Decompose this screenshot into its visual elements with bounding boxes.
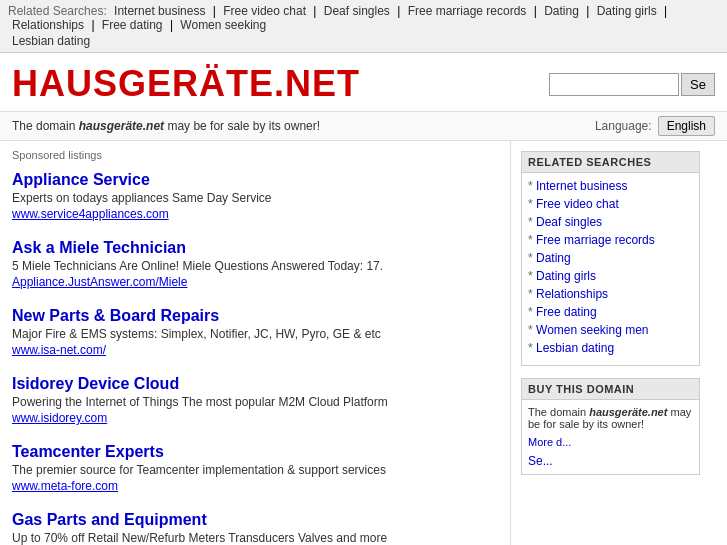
related-item-4: Dating (528, 251, 693, 265)
related-searches-list: Internet business Free video chat Deaf s… (522, 173, 699, 365)
right-sidebar: RELATED SEARCHES Internet business Free … (510, 141, 710, 545)
listing-1-title[interactable]: Ask a Miele Technician (12, 239, 186, 256)
site-title: HAUSGERÄTE.NET (12, 63, 360, 105)
listing-2-title[interactable]: New Parts & Board Repairs (12, 307, 219, 324)
more-details-link[interactable]: More d... (528, 436, 693, 448)
related-item-8: Women seeking men (528, 323, 693, 337)
related-link-8[interactable]: Women seeking men (536, 323, 649, 337)
related-searches-bar: Related Searches: Internet business | Fr… (8, 4, 719, 32)
domain-notice: The domain hausgeräte.net may be for sal… (12, 119, 320, 133)
related-link-0[interactable]: Internet business (536, 179, 627, 193)
listing-3-title[interactable]: Isidorey Device Cloud (12, 375, 179, 392)
search-input[interactable] (549, 73, 679, 96)
topbar-link-7[interactable]: Free dating (102, 18, 163, 32)
related-item-7: Free dating (528, 305, 693, 319)
related-item-9: Lesbian dating (528, 341, 693, 355)
related-link-5[interactable]: Dating girls (536, 269, 596, 283)
related-item-5: Dating girls (528, 269, 693, 283)
related-item-1: Free video chat (528, 197, 693, 211)
buy-domain-notice: The domain hausgeräte.net may be for sal… (528, 406, 691, 430)
sponsored-label: Sponsored listings (12, 149, 498, 161)
topbar-link-1[interactable]: Free video chat (223, 4, 306, 18)
search-box: Se (549, 73, 715, 96)
related-item-2: Deaf singles (528, 215, 693, 229)
search-button[interactable]: Se (681, 73, 715, 96)
topbar-link-9[interactable]: Lesbian dating (12, 34, 90, 48)
topbar-link-3[interactable]: Free marriage records (408, 4, 527, 18)
language-bar: The domain hausgeräte.net may be for sal… (0, 111, 727, 141)
related-link-2[interactable]: Deaf singles (536, 215, 602, 229)
listing-4: Teamcenter Experts The premier source fo… (12, 443, 498, 493)
listing-3-url[interactable]: www.isidorey.com (12, 411, 107, 425)
top-bar: Related Searches: Internet business | Fr… (0, 0, 727, 53)
topbar-link-8[interactable]: Women seeking (180, 18, 266, 32)
topbar-link-2[interactable]: Deaf singles (324, 4, 390, 18)
main-content: Sponsored listings Appliance Service Exp… (0, 141, 727, 545)
listing-1: Ask a Miele Technician 5 Miele Technicia… (12, 239, 498, 289)
related-item-6: Relationships (528, 287, 693, 301)
listing-1-desc: 5 Miele Technicians Are Online! Miele Qu… (12, 259, 498, 273)
header: HAUSGERÄTE.NET Se (0, 53, 727, 111)
listing-3-desc: Powering the Internet of Things The most… (12, 395, 498, 409)
listing-5: Gas Parts and Equipment Up to 70% off Re… (12, 511, 498, 545)
lesbian-link-wrapper: Lesbian dating (8, 34, 719, 48)
related-link-7[interactable]: Free dating (536, 305, 597, 319)
listing-0-title[interactable]: Appliance Service (12, 171, 150, 188)
listing-3: Isidorey Device Cloud Powering the Inter… (12, 375, 498, 425)
related-searches-box: RELATED SEARCHES Internet business Free … (521, 151, 700, 366)
related-link-1[interactable]: Free video chat (536, 197, 619, 211)
topbar-link-6[interactable]: Relationships (12, 18, 84, 32)
buy-domain-content: The domain hausgeräte.net may be for sal… (522, 400, 699, 474)
related-link-6[interactable]: Relationships (536, 287, 608, 301)
listing-0-desc: Experts on todays appliances Same Day Se… (12, 191, 498, 205)
listing-4-desc: The premier source for Teamcenter implem… (12, 463, 498, 477)
listing-1-url[interactable]: Appliance.JustAnswer.com/Miele (12, 275, 187, 289)
language-section: Language: English (595, 116, 715, 136)
topbar-link-4[interactable]: Dating (544, 4, 579, 18)
topbar-link-0[interactable]: Internet business (114, 4, 205, 18)
related-item-0: Internet business (528, 179, 693, 193)
listing-4-url[interactable]: www.meta-fore.com (12, 479, 118, 493)
language-button[interactable]: English (658, 116, 715, 136)
topbar-link-5[interactable]: Dating girls (597, 4, 657, 18)
related-link-3[interactable]: Free marriage records (536, 233, 655, 247)
related-link-9[interactable]: Lesbian dating (536, 341, 614, 355)
listing-2-url[interactable]: www.isa-net.com/ (12, 343, 106, 357)
language-label: Language: (595, 119, 652, 133)
related-searches-title: RELATED SEARCHES (522, 152, 699, 173)
listing-5-title[interactable]: Gas Parts and Equipment (12, 511, 207, 528)
listing-5-desc: Up to 70% off Retail New/Refurb Meters T… (12, 531, 498, 545)
listing-2: New Parts & Board Repairs Major Fire & E… (12, 307, 498, 357)
left-content: Sponsored listings Appliance Service Exp… (0, 141, 510, 545)
listing-4-title[interactable]: Teamcenter Experts (12, 443, 164, 460)
listing-0-url[interactable]: www.service4appliances.com (12, 207, 169, 221)
listing-2-desc: Major Fire & EMS systems: Simplex, Notif… (12, 327, 498, 341)
listing-0: Appliance Service Experts on todays appl… (12, 171, 498, 221)
related-label: Related Searches: (8, 4, 107, 18)
buy-domain-title: BUY THIS DOMAIN (522, 379, 699, 400)
buy-domain-box: BUY THIS DOMAIN The domain hausgeräte.ne… (521, 378, 700, 475)
se-link[interactable]: Se... (528, 454, 693, 468)
related-link-4[interactable]: Dating (536, 251, 571, 265)
related-item-3: Free marriage records (528, 233, 693, 247)
